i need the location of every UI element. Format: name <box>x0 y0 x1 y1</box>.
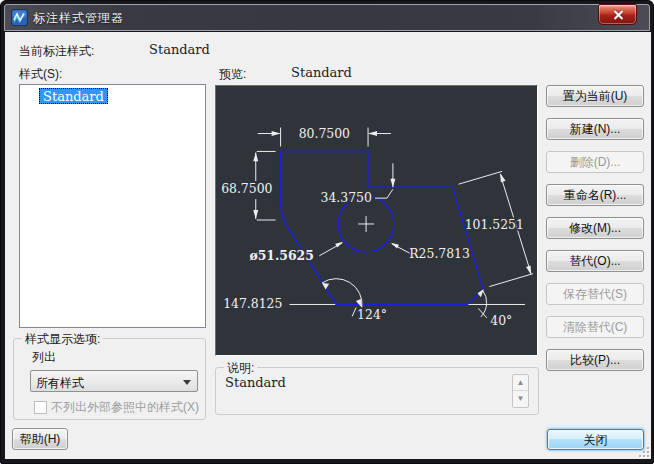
description-scrollbar[interactable]: ▲ ▼ <box>512 374 529 408</box>
dim-left-height-label: 68.7500 <box>221 181 272 196</box>
chevron-down-icon <box>183 380 191 385</box>
geometry-outline <box>281 151 484 304</box>
hide-xref-checkbox-row: 不列出外部参照中的样式(X) <box>34 399 199 416</box>
new-button[interactable]: 新建(N)... <box>546 118 644 140</box>
resize-grip[interactable] <box>637 445 649 457</box>
hide-xref-checkbox <box>34 401 47 414</box>
delete-button: 删除(D)... <box>546 151 644 173</box>
scroll-down-icon[interactable]: ▼ <box>513 391 528 407</box>
style-list-item-standard[interactable]: Standard <box>39 88 108 104</box>
override-button[interactable]: 替代(O)... <box>546 250 644 272</box>
preview-style-name: Standard <box>291 65 352 80</box>
close-button[interactable] <box>598 4 637 25</box>
dim-diameter-label: ø51.5625 <box>249 248 313 263</box>
dim-angle-right-label: 40° <box>490 313 512 328</box>
dim-top-width-label: 80.7500 <box>299 126 350 141</box>
preview-panel: 80.7500 68.7500 34.3750 101.5251 ø51.562… <box>215 85 538 356</box>
close-dialog-button[interactable]: 关闭 <box>547 429 644 450</box>
styles-label: 样式(S): <box>19 66 62 83</box>
title-bar[interactable]: 标注样式管理器 <box>4 4 650 31</box>
dimension-style-manager-dialog: 标注样式管理器 当前标注样式: Standard 样式(S): 预览: Stan… <box>0 0 654 464</box>
dim-radius-label: R25.7813 <box>409 246 470 261</box>
window-title: 标注样式管理器 <box>33 10 124 27</box>
style-filter-dropdown[interactable]: 所有样式 <box>30 370 198 392</box>
dimension-labels: 80.7500 68.7500 34.3750 101.5251 ø51.562… <box>221 126 524 329</box>
list-label: 列出 <box>32 349 56 366</box>
scroll-up-icon[interactable]: ▲ <box>513 375 528 391</box>
help-button[interactable]: 帮助(H) <box>12 428 68 450</box>
app-logo-icon <box>11 9 28 26</box>
display-options-group-label: 样式显示选项: <box>22 331 103 348</box>
hide-xref-checkbox-label: 不列出外部参照中的样式(X) <box>51 399 199 416</box>
style-display-options-group: 样式显示选项: 列出 所有样式 不列出外部参照中的样式(X) <box>13 338 206 420</box>
preview-drawing: 80.7500 68.7500 34.3750 101.5251 ø51.562… <box>216 86 537 355</box>
clear-override-button: 清除替代(C) <box>546 316 644 338</box>
description-group: 说明: Standard ▲ ▼ <box>215 367 539 415</box>
dim-angle-left-label: 124° <box>357 307 387 322</box>
dim-leader-label: 147.8125 <box>223 296 282 311</box>
rename-button[interactable]: 重命名(R)... <box>546 184 644 206</box>
set-current-button[interactable]: 置为当前(U) <box>546 85 644 107</box>
style-filter-selected-value: 所有样式 <box>36 375 84 392</box>
current-style-label: 当前标注样式: <box>19 43 94 60</box>
close-icon <box>612 9 625 21</box>
style-list[interactable]: Standard <box>19 84 206 328</box>
save-override-button: 保存替代(S) <box>546 283 644 305</box>
preview-label: 预览: <box>219 66 246 83</box>
dim-offset-label: 34.3750 <box>321 190 372 205</box>
dialog-client-area: 当前标注样式: Standard 样式(S): 预览: Standard Sta… <box>5 32 651 459</box>
description-value: Standard <box>225 375 286 390</box>
modify-button[interactable]: 修改(M)... <box>546 217 644 239</box>
compare-button[interactable]: 比较(P)... <box>546 349 644 371</box>
current-style-value: Standard <box>149 42 210 57</box>
dim-aligned-label: 101.5251 <box>465 217 524 232</box>
